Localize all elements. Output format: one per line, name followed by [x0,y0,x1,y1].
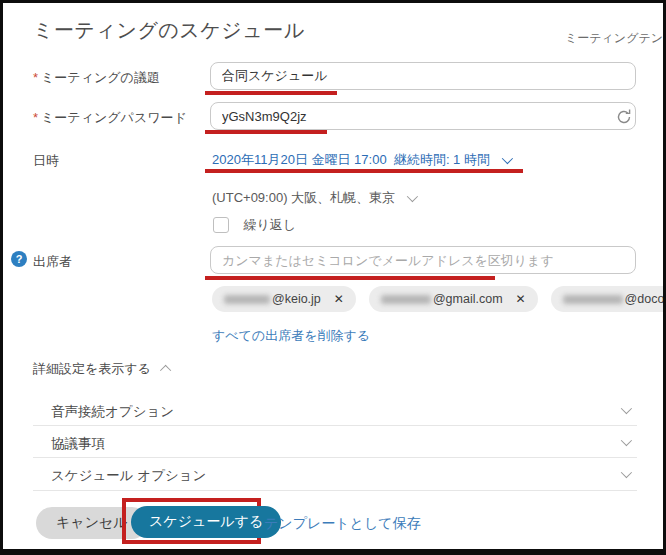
annotation-underline-attendees [205,276,495,280]
attendees-input[interactable] [210,246,636,274]
attendee-chip: @keio.jp ✕ [212,286,356,312]
recurrence-label: 繰り返し [243,217,296,232]
meeting-template-link[interactable]: ミーティングテンプレ [565,30,666,47]
recurrence-row: 繰り返し [213,215,296,234]
divider [33,425,637,426]
chevron-down-icon[interactable] [621,403,632,414]
save-as-template-link[interactable]: テンプレートとして保存 [264,515,421,533]
annotation-underline-topic [205,91,337,95]
divider [33,490,637,491]
divider [33,457,637,458]
blurred-email-name [224,295,270,304]
duration-value: 継続時間: 1 時間 [394,152,490,167]
required-mark: * [33,110,38,125]
remove-all-attendees-link[interactable]: すべての出席者を削除する [212,327,370,345]
attendee-domain: @keio.jp [272,292,321,306]
required-mark: * [33,70,38,85]
remove-attendee-icon[interactable]: ✕ [334,292,344,306]
chevron-down-icon [407,191,418,202]
attendee-chip: @gmail.com ✕ [369,286,538,312]
refresh-password-icon[interactable] [614,107,634,127]
blurred-email-name [563,295,623,304]
attendees-label: 出席者 [33,253,72,271]
chevron-down-icon[interactable] [621,435,632,446]
remove-attendee-icon[interactable]: ✕ [516,292,526,306]
annotation-underline-datetime [205,169,523,173]
attendee-domain: @gmail.com [433,292,503,306]
timezone-value: (UTC+09:00) 大阪、札幌、東京 [212,190,395,205]
help-icon[interactable]: ? [11,251,27,267]
section-schedule-options[interactable]: スケジュール オプション [51,467,206,485]
topic-input[interactable] [210,62,636,90]
password-label: *ミーティングパスワード [33,109,187,127]
attendee-chips: @keio.jp ✕ @gmail.com ✕ @docomo.ne.jp ✕ [212,286,666,312]
datetime-picker[interactable]: 2020年11月20日 金曜日 17:00 継続時間: 1 時間 [212,151,510,169]
timezone-selector[interactable]: (UTC+09:00) 大阪、札幌、東京 [212,189,415,207]
page-title: ミーティングのスケジュール [33,17,305,44]
section-audio-options[interactable]: 音声接続オプション [51,403,174,421]
password-input[interactable] [210,102,636,130]
annotation-underline-password [205,130,327,134]
chevron-down-icon[interactable] [621,467,632,478]
section-agenda[interactable]: 協議事項 [51,435,105,453]
blurred-email-name [381,295,431,304]
attendee-domain: @docomo.ne.jp [625,292,666,306]
recurrence-checkbox[interactable] [213,217,229,233]
attendee-chip: @docomo.ne.jp ✕ [551,286,666,312]
topic-label: *ミーティングの議題 [33,69,160,87]
advanced-settings-toggle[interactable]: 詳細設定を表示する [33,360,171,378]
datetime-value: 2020年11月20日 金曜日 17:00 [212,152,387,167]
page-frame: ミーティングのスケジュール ミーティングテンプレ *ミーティングの議題 *ミーテ… [0,0,666,555]
chevron-down-icon [501,153,512,164]
chevron-up-icon [159,365,170,376]
schedule-button[interactable]: スケジュールする [131,506,281,538]
datetime-label: 日時 [33,152,59,170]
